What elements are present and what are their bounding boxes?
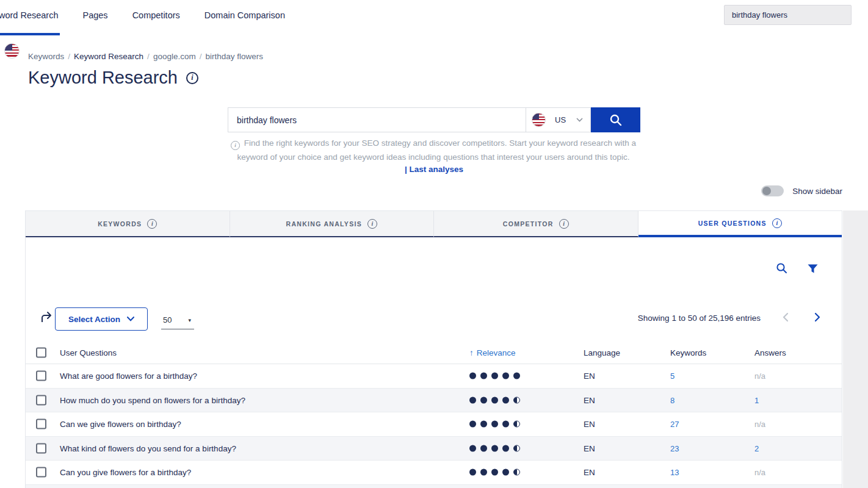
tab-keywords[interactable]: KEYWORDSi — [26, 211, 230, 237]
breadcrumb-item-keywords[interactable]: Keywords — [28, 52, 64, 61]
tab-label: USER QUESTIONS — [698, 220, 767, 227]
country-select[interactable]: US — [526, 107, 591, 132]
global-search-input[interactable] — [725, 5, 851, 24]
answers-cell: n/a — [754, 371, 765, 381]
relevance-dot — [502, 396, 509, 403]
breadcrumb: Keywords/Keyword Research/google.com/bir… — [28, 52, 263, 61]
relevance-dot — [502, 373, 509, 379]
table-body: What are good flowers for a birthday?EN5… — [26, 364, 842, 488]
question-cell[interactable]: What are good flowers for a birthday? — [60, 371, 197, 381]
page-title-text: Keyword Research — [28, 68, 178, 88]
tab-user-questions[interactable]: USER QUESTIONSi — [638, 211, 842, 237]
prev-page-icon[interactable] — [783, 312, 789, 322]
nav-item-keyword-research[interactable]: Keyword Research — [0, 0, 59, 36]
page-size-value: 50 — [163, 315, 172, 325]
info-icon: i — [772, 218, 782, 228]
language-cell: EN — [584, 468, 595, 477]
us-flag-icon — [532, 113, 546, 127]
breadcrumb-item-keyword-research[interactable]: Keyword Research — [74, 52, 143, 61]
toggle-label: Show sidebar — [792, 187, 842, 196]
row-checkbox[interactable] — [36, 443, 46, 453]
relevance-dots — [469, 469, 520, 476]
country-code: US — [555, 115, 566, 124]
country-flag-icon[interactable] — [4, 43, 20, 59]
keywords-link[interactable]: 27 — [670, 420, 679, 429]
nav-item-domain-comparison[interactable]: Domain Comparison — [204, 0, 285, 36]
language-cell: EN — [584, 420, 595, 429]
toggle-knob — [762, 187, 771, 195]
table-search-icon[interactable] — [776, 262, 787, 274]
question-cell[interactable]: Can you give flowers for a birthday? — [60, 468, 191, 477]
select-action-button[interactable]: Select Action — [55, 307, 148, 331]
search-description: i Find the right keywords for your SEO s… — [217, 137, 649, 164]
table-row: What kind of flowers do you send for a b… — [26, 437, 842, 461]
keywords-link[interactable]: 5 — [670, 371, 675, 381]
relevance-dots — [469, 445, 520, 451]
header-user-questions[interactable]: User Questions — [60, 348, 117, 357]
table-row: Can you give flowers for a birthday?EN13… — [26, 461, 842, 485]
keyword-input[interactable] — [228, 107, 526, 132]
language-cell: EN — [584, 371, 595, 381]
row-checkbox[interactable] — [36, 371, 46, 381]
global-search-box[interactable] — [724, 5, 852, 25]
relevance-dot — [502, 469, 509, 476]
relevance-dot — [469, 421, 476, 428]
row-checkbox[interactable] — [36, 395, 46, 405]
relevance-dot — [480, 469, 487, 476]
info-icon[interactable]: i — [186, 72, 198, 84]
tab-label: RANKING ANALYSIS — [286, 220, 362, 228]
answers-cell[interactable]: 2 — [754, 443, 759, 453]
nav-item-pages[interactable]: Pages — [83, 0, 108, 36]
question-cell[interactable]: Can we give flowers on birthday? — [60, 420, 181, 429]
relevance-dots — [469, 421, 520, 428]
relevance-dot — [469, 373, 476, 379]
tab-competitor[interactable]: COMPETITORi — [434, 211, 638, 237]
relevance-dots — [469, 373, 520, 379]
keyword-search-bar: US — [228, 107, 640, 132]
breadcrumb-item-google-com[interactable]: google.com — [153, 52, 196, 61]
tab-label: KEYWORDS — [98, 220, 142, 228]
chevron-down-icon — [127, 317, 134, 321]
export-icon[interactable] — [40, 310, 53, 323]
answers-cell: n/a — [754, 468, 765, 477]
keywords-link[interactable]: 8 — [670, 395, 675, 404]
info-icon: i — [231, 141, 240, 150]
breadcrumb-item-birthday-flowers[interactable]: birthday flowers — [205, 52, 263, 61]
header-language[interactable]: Language — [584, 348, 620, 357]
search-icon — [609, 113, 623, 127]
header-keywords[interactable]: Keywords — [670, 348, 706, 357]
next-page-icon[interactable] — [814, 312, 820, 322]
tab-ranking-analysis[interactable]: RANKING ANALYSISi — [230, 211, 435, 237]
question-cell[interactable]: What kind of flowers do you send for a b… — [60, 443, 236, 453]
select-all-checkbox[interactable] — [36, 347, 46, 357]
results-card: KEYWORDSiRANKING ANALYSISiCOMPETITORiUSE… — [25, 210, 842, 488]
keywords-link[interactable]: 13 — [670, 468, 679, 477]
answers-cell[interactable]: 1 — [754, 395, 759, 404]
row-checkbox[interactable] — [36, 419, 46, 429]
show-sidebar-toggle[interactable] — [761, 185, 784, 196]
relevance-dot — [491, 421, 498, 428]
relevance-dot — [502, 421, 509, 428]
last-analyses-link[interactable]: | Last analyses — [228, 165, 640, 174]
relevance-dot — [491, 469, 498, 476]
page-size-select[interactable]: 50 ▾ — [161, 311, 194, 329]
relevance-dot — [502, 445, 509, 451]
relevance-dot — [491, 445, 498, 451]
breadcrumb-separator: / — [200, 52, 202, 61]
row-checkbox[interactable] — [36, 467, 46, 478]
relevance-dot — [491, 373, 498, 379]
header-relevance[interactable]: ↑ Relevance — [469, 348, 516, 357]
header-answers[interactable]: Answers — [754, 348, 786, 357]
nav-item-competitors[interactable]: Competitors — [132, 0, 180, 36]
search-button[interactable] — [591, 107, 640, 132]
language-cell: EN — [584, 395, 595, 404]
filter-icon[interactable] — [808, 264, 818, 273]
keywords-link[interactable]: 23 — [670, 443, 679, 453]
page-title: Keyword Research i — [28, 68, 198, 88]
question-cell[interactable]: How much do you spend on flowers for a b… — [60, 395, 245, 404]
relevance-dot — [513, 396, 520, 403]
relevance-dot — [469, 469, 476, 476]
relevance-dot — [480, 373, 487, 379]
relevance-dot — [513, 469, 520, 476]
tab-label: COMPETITOR — [503, 220, 554, 228]
